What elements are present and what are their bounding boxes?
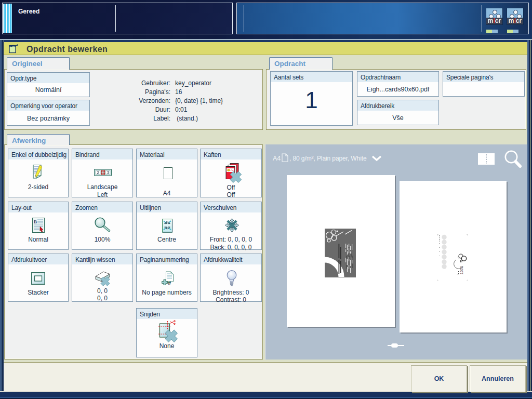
- svg-text:B: B: [34, 219, 37, 224]
- svg-text:2: 2: [97, 170, 99, 175]
- svg-text:1000: 1000: [460, 266, 463, 274]
- svg-text:3: 3: [107, 170, 109, 175]
- svg-text:#: #: [168, 280, 171, 286]
